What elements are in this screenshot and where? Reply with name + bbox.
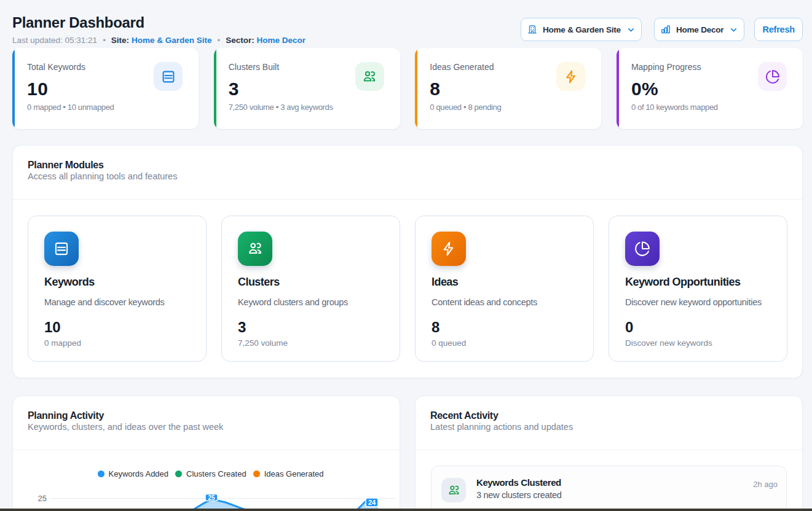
svg-text:25: 25 bbox=[208, 494, 215, 501]
svg-text:25: 25 bbox=[38, 494, 47, 503]
svg-text:24: 24 bbox=[368, 499, 376, 506]
